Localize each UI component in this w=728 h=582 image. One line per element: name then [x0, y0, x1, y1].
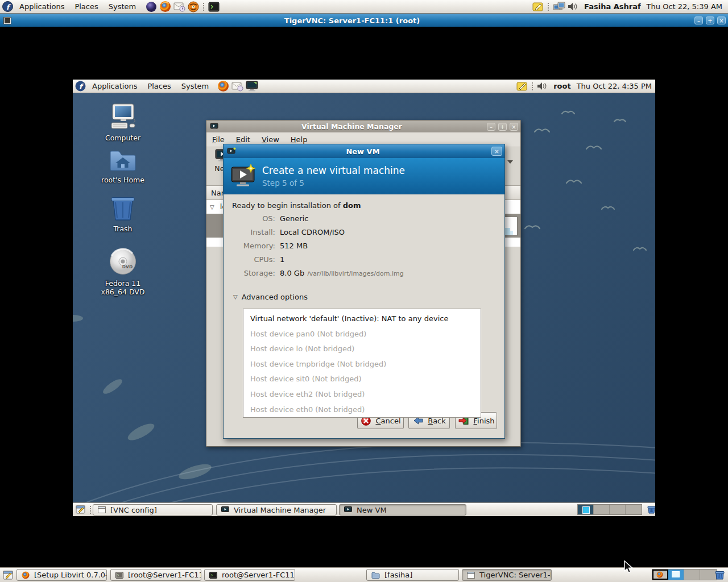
dialog-window-icon	[227, 147, 236, 155]
host-username[interactable]: Fasiha Ashraf	[580, 0, 645, 14]
volume-icon[interactable]	[568, 2, 579, 11]
expander-icon[interactable]: ▽	[210, 204, 214, 210]
trash-applet-icon[interactable]	[714, 569, 725, 580]
workspace-4[interactable]	[626, 505, 642, 514]
svg-text:DVD: DVD	[122, 264, 133, 269]
taskbar-button-setup-libvirt[interactable]: [Setup Libvirt 0.7.0-6 ...	[16, 569, 107, 581]
eclipse-launcher-icon[interactable]	[146, 1, 157, 13]
host-menu-system[interactable]: System	[104, 0, 141, 14]
network-option[interactable]: Host device tmpbridge (Not bridged)	[243, 357, 481, 372]
vmm-window-icon	[210, 123, 218, 130]
fedora-logo-icon[interactable]: f	[75, 81, 86, 92]
dialog-close-button[interactable]: ×	[491, 147, 502, 156]
desktop-icon-label: Fedora 11 x86_64 DVD	[92, 279, 154, 296]
panel-handle	[202, 2, 205, 11]
desktop-icon-fedora-dvd[interactable]: DVD Fedora 11 x86_64 DVD	[92, 248, 154, 296]
tiger-app-icon[interactable]	[188, 1, 199, 13]
dialog-header: Create a new virtual machine Step 5 of 5	[224, 158, 504, 194]
workspace-4[interactable]	[700, 569, 716, 580]
display-settings-icon[interactable]	[553, 2, 565, 12]
new-vm-dialog: New VM × Create a new virtual machine St…	[223, 144, 505, 439]
cpu-usage-graph	[504, 217, 518, 236]
evolution-mail-icon[interactable]	[173, 2, 185, 12]
desktop-icon-computer[interactable]: Computer	[92, 103, 154, 142]
remote-workspace-switcher	[577, 504, 642, 515]
remote-menu-applications[interactable]: Applications	[87, 80, 142, 93]
notes-applet-icon[interactable]	[532, 2, 544, 12]
advanced-options-expander[interactable]: ▽ Advanced options	[233, 293, 308, 301]
desktop-icon-home[interactable]: root's Home	[92, 149, 154, 184]
workspace-1[interactable]	[652, 569, 668, 580]
show-desktop-icon[interactable]	[76, 505, 86, 514]
taskbar-button-terminal-2[interactable]: root@Server1-FC11:/...	[204, 569, 295, 581]
fedora-logo-icon[interactable]: f	[2, 1, 13, 12]
ready-text: Ready to begin installation of dom	[232, 201, 361, 210]
vnc-window-titlebar[interactable]: TigerVNC: Server1-FC11:1 (root) – + ×	[0, 14, 728, 27]
desktop-icon-trash[interactable]: Trash	[92, 194, 154, 233]
host-menu-places[interactable]: Places	[69, 0, 103, 14]
firefox-launcher-icon[interactable]	[217, 80, 229, 92]
trash-applet-icon[interactable]	[647, 505, 655, 514]
remote-taskbar: [VNC config] Virtual Machine Manager New…	[73, 502, 655, 516]
vmm-titlebar[interactable]: Virtual Machine Manager – + ×	[206, 120, 520, 132]
desktop-icon-label: Trash	[92, 225, 154, 233]
taskbar-button-label: root@Server1-FC11:/...	[222, 571, 295, 579]
network-option[interactable]: Host device sit0 (Not bridged)	[243, 372, 481, 387]
notes-applet-icon[interactable]	[516, 81, 528, 92]
workspace-3[interactable]	[684, 569, 700, 580]
vnc-close-button[interactable]: ×	[717, 16, 726, 24]
remote-clock[interactable]: Thu Oct 22, 4:35 PM	[575, 80, 655, 93]
window-icon	[467, 572, 475, 579]
taskbar-button-fasiha[interactable]: [fasiha]	[366, 569, 459, 581]
mouse-cursor	[623, 560, 635, 576]
vnc-maximize-button[interactable]: +	[706, 16, 714, 24]
network-option[interactable]: Host device lo (Not bridged)	[243, 342, 481, 357]
terminal-launcher-icon[interactable]	[208, 2, 220, 12]
network-option[interactable]: Virtual network 'default' (Inactive): NA…	[243, 311, 481, 327]
create-vm-header-icon	[230, 164, 257, 188]
taskbar-button-label: [fasiha]	[384, 571, 412, 579]
vmm-minimize-button[interactable]: –	[487, 123, 495, 131]
host-taskbar: [Setup Libvirt 0.7.0-6 ... [root@Server1…	[0, 567, 728, 582]
taskbar-button-vmm[interactable]: Virtual Machine Manager	[216, 504, 337, 516]
host-menu-applications[interactable]: Applications	[14, 0, 69, 14]
taskbar-button-vnc-config[interactable]: [VNC config]	[93, 504, 213, 516]
window-icon	[98, 506, 106, 513]
volume-icon[interactable]	[537, 81, 548, 91]
evolution-mail-icon[interactable]	[231, 81, 243, 92]
vnc-minimize-button[interactable]: –	[694, 16, 703, 24]
folder-icon	[371, 572, 380, 579]
vmm-maximize-button[interactable]: +	[498, 123, 507, 131]
network-option[interactable]: Host device eth0 (Not bridged)	[243, 402, 481, 418]
taskbar-button-terminal-1[interactable]: [root@Server1-FC11:~]	[110, 569, 201, 581]
workspace-2[interactable]	[594, 505, 610, 514]
vnc-window-title: TigerVNC: Server1-FC11:1 (root)	[13, 16, 692, 25]
dvd-disc-icon: DVD	[109, 248, 137, 276]
host-clock[interactable]: Thu Oct 22, 5:39 AM	[645, 0, 728, 14]
remote-top-panel: f Applications Places System root	[73, 80, 655, 93]
firefox-launcher-icon[interactable]	[159, 1, 171, 13]
remote-desktop: f Applications Places System root	[73, 80, 655, 516]
vnc-window-icon	[3, 17, 11, 24]
panel-handle	[89, 505, 92, 514]
summary-table: OS:Generic Install:Local CDROM/ISO Memor…	[232, 214, 404, 282]
vmm-close-button[interactable]: ×	[510, 123, 518, 131]
taskbar-button-tigervnc[interactable]: TigerVNC: Server1-FC...	[462, 569, 552, 581]
remote-menu-places[interactable]: Places	[142, 80, 176, 93]
dialog-titlebar[interactable]: New VM ×	[224, 144, 504, 158]
panel-handle	[547, 2, 549, 11]
remote-username[interactable]: root	[549, 80, 575, 93]
workspace-2[interactable]	[668, 569, 684, 580]
remote-menu-system[interactable]: System	[176, 80, 214, 93]
network-option[interactable]: Host device pan0 (Not bridged)	[243, 327, 481, 342]
workspace-1[interactable]	[578, 505, 594, 514]
network-option[interactable]: Host device eth2 (Not bridged)	[243, 387, 481, 402]
trash-icon	[110, 194, 136, 222]
workspace-3[interactable]	[610, 505, 626, 514]
taskbar-button-new-vm[interactable]: New VM	[339, 504, 466, 516]
summary-row-cpus: CPUs:1	[232, 255, 404, 264]
virt-manager-icon	[344, 506, 352, 513]
show-desktop-icon[interactable]	[3, 570, 14, 580]
virt-manager-launcher-icon[interactable]	[246, 81, 258, 92]
taskbar-button-label: [root@Server1-FC11:~]	[128, 571, 201, 579]
